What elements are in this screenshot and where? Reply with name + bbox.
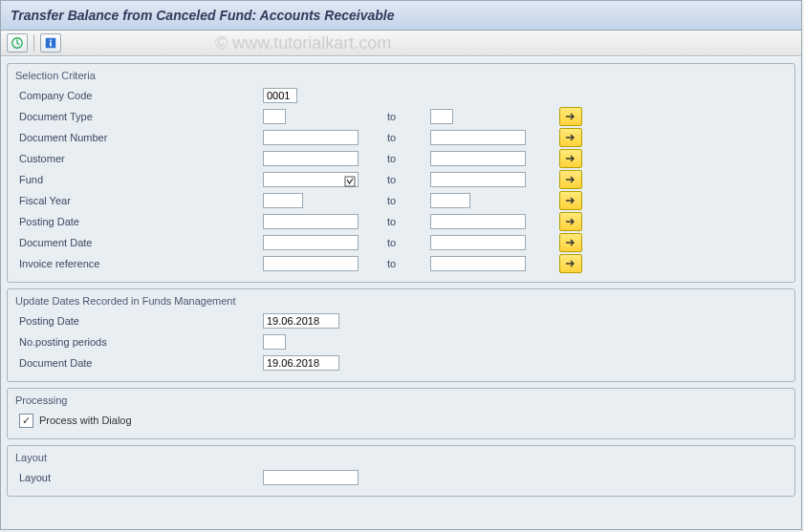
label-customer: Customer — [15, 153, 263, 164]
right-arrow-icon — [565, 217, 576, 226]
multi-select-document-date[interactable] — [559, 233, 582, 252]
to-label: to — [378, 237, 430, 248]
input-doc-type-to[interactable] — [430, 109, 453, 124]
multi-select-invoice-ref[interactable] — [559, 254, 582, 273]
label-fund: Fund — [15, 174, 263, 185]
input-invoice-ref-to[interactable] — [430, 256, 526, 271]
group-title-update-dates: Update Dates Recorded in Funds Managemen… — [15, 295, 787, 307]
right-arrow-icon — [565, 112, 576, 121]
row-ud-posting-date: Posting Date — [15, 310, 787, 331]
to-label: to — [378, 174, 430, 185]
right-arrow-icon — [565, 154, 576, 163]
group-selection-criteria: Selection Criteria Company Code Document… — [7, 63, 795, 283]
label-document-date: Document Date — [15, 237, 263, 248]
execute-icon — [11, 36, 24, 50]
to-label: to — [378, 258, 430, 269]
content-area: Selection Criteria Company Code Document… — [1, 56, 801, 529]
group-title-processing: Processing — [15, 394, 787, 406]
to-label: to — [378, 132, 430, 143]
row-document-number: Document Number to — [15, 127, 787, 148]
toolbar — [1, 31, 801, 56]
multi-select-doc-number[interactable] — [559, 128, 582, 147]
input-ud-no-periods[interactable] — [263, 334, 286, 350]
right-arrow-icon — [565, 133, 576, 142]
input-ud-document-date[interactable] — [263, 355, 339, 371]
input-layout[interactable] — [263, 470, 359, 485]
row-company-code: Company Code — [15, 85, 787, 106]
label-document-number: Document Number — [15, 132, 263, 143]
input-posting-date-from[interactable] — [263, 214, 359, 229]
multi-select-customer[interactable] — [559, 149, 582, 168]
input-fiscal-year-to[interactable] — [430, 193, 470, 208]
right-arrow-icon — [565, 259, 576, 268]
group-layout: Layout Layout — [7, 445, 795, 497]
label-fiscal-year: Fiscal Year — [15, 195, 263, 206]
input-doc-type-from[interactable] — [263, 109, 286, 124]
execute-button[interactable] — [7, 33, 28, 53]
row-fiscal-year: Fiscal Year to — [15, 190, 787, 211]
group-title-layout: Layout — [15, 452, 787, 463]
svg-rect-3 — [50, 42, 52, 46]
to-label: to — [378, 111, 430, 122]
to-label: to — [378, 195, 430, 206]
to-label: to — [378, 216, 430, 227]
lookup-icon[interactable] — [343, 175, 357, 188]
input-ud-posting-date[interactable] — [263, 313, 339, 329]
row-invoice-reference: Invoice reference to — [15, 253, 787, 274]
input-company-code[interactable] — [263, 88, 297, 103]
row-ud-no-periods: No.posting periods — [15, 331, 787, 352]
group-title-selection: Selection Criteria — [15, 70, 787, 81]
input-invoice-ref-from[interactable] — [263, 256, 359, 271]
window-title: Transfer Balance from Canceled Fund: Acc… — [11, 8, 394, 23]
multi-select-fiscal-year[interactable] — [559, 191, 582, 210]
label-invoice-reference: Invoice reference — [15, 258, 263, 269]
checkbox-process-dialog[interactable]: ✓ — [19, 414, 33, 428]
multi-select-doc-type[interactable] — [559, 107, 582, 126]
right-arrow-icon — [565, 196, 576, 205]
row-customer: Customer to — [15, 148, 787, 169]
group-processing: Processing ✓ Process with Dialog — [7, 388, 795, 439]
svg-rect-4 — [345, 177, 355, 186]
label-company-code: Company Code — [15, 90, 263, 101]
label-posting-date: Posting Date — [15, 216, 263, 227]
app-window: Transfer Balance from Canceled Fund: Acc… — [0, 0, 802, 530]
label-ud-posting-date: Posting Date — [15, 315, 263, 327]
info-button[interactable] — [40, 33, 61, 53]
row-document-date: Document Date to — [15, 232, 787, 253]
label-ud-no-periods: No.posting periods — [15, 336, 263, 348]
multi-select-posting-date[interactable] — [559, 212, 582, 231]
input-fund-to[interactable] — [430, 172, 526, 187]
svg-rect-2 — [50, 40, 52, 42]
label-document-type: Document Type — [15, 111, 263, 122]
row-document-type: Document Type to — [15, 106, 787, 127]
input-document-date-from[interactable] — [263, 235, 359, 250]
row-layout: Layout — [15, 467, 787, 488]
row-process-dialog: ✓ Process with Dialog — [15, 410, 787, 431]
input-posting-date-to[interactable] — [430, 214, 526, 229]
input-doc-number-from[interactable] — [263, 130, 359, 145]
row-posting-date: Posting Date to — [15, 211, 787, 232]
label-layout: Layout — [15, 472, 263, 483]
right-arrow-icon — [565, 238, 576, 247]
input-document-date-to[interactable] — [430, 235, 526, 250]
toolbar-separator — [33, 34, 34, 52]
input-customer-to[interactable] — [430, 151, 526, 166]
multi-select-fund[interactable] — [559, 170, 582, 189]
row-ud-document-date: Document Date — [15, 352, 787, 373]
info-icon — [44, 36, 57, 50]
to-label: to — [378, 153, 430, 164]
input-customer-from[interactable] — [263, 151, 359, 166]
label-ud-document-date: Document Date — [15, 357, 263, 369]
right-arrow-icon — [565, 175, 576, 184]
label-process-dialog: Process with Dialog — [39, 415, 132, 426]
input-doc-number-to[interactable] — [430, 130, 526, 145]
group-update-dates: Update Dates Recorded in Funds Managemen… — [7, 288, 795, 382]
input-fiscal-year-from[interactable] — [263, 193, 303, 208]
titlebar: Transfer Balance from Canceled Fund: Acc… — [1, 1, 801, 31]
row-fund: Fund to — [15, 169, 787, 190]
